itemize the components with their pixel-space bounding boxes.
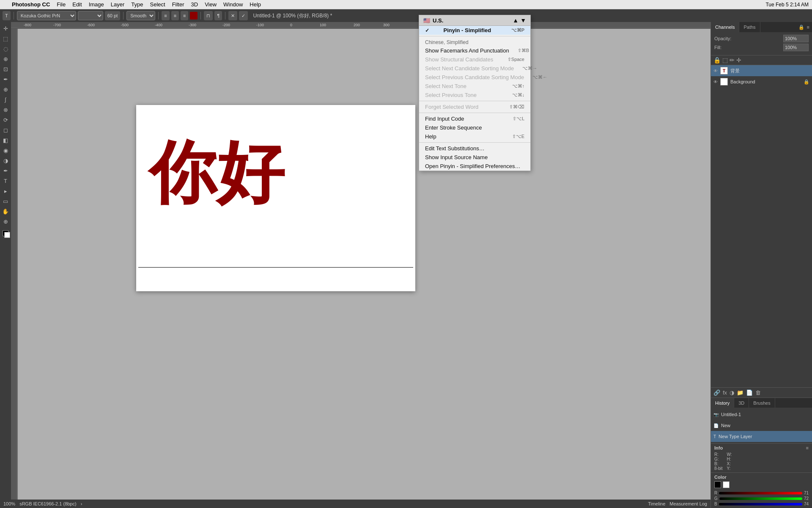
foreground-swatch[interactable] bbox=[714, 481, 721, 488]
move-tool[interactable]: ✛ bbox=[1, 24, 10, 33]
show-input-name-item[interactable]: Show Input Source Name bbox=[419, 153, 530, 162]
history-item-0[interactable]: 📷 Untitled-1 bbox=[711, 409, 812, 420]
edit-subs-item[interactable]: Edit Text Substitutions… bbox=[419, 144, 530, 153]
layer-item-background[interactable]: 👁 Background 🔒 bbox=[711, 76, 812, 87]
ime-up-arrow[interactable]: ▲ bbox=[513, 17, 518, 24]
dodge-tool[interactable]: ◑ bbox=[1, 156, 10, 165]
document-canvas[interactable]: 你好 bbox=[136, 105, 415, 291]
app-name[interactable]: Photoshop CC bbox=[8, 1, 53, 8]
type-menu[interactable]: Type bbox=[128, 1, 146, 8]
crop-tool[interactable]: ⊡ bbox=[1, 64, 10, 74]
rectangular-marquee-tool[interactable]: ⬚ bbox=[1, 34, 10, 43]
measurement-log-tab[interactable]: Measurement Log bbox=[669, 501, 707, 506]
quick-selection-tool[interactable]: ⊕ bbox=[1, 54, 10, 64]
font-family-select[interactable]: Kozuka Gothic PrN bbox=[17, 11, 76, 20]
input-source-label: U.S. bbox=[433, 17, 443, 24]
align-left-icon[interactable]: ≡ bbox=[162, 11, 169, 20]
tab-channels[interactable]: Channels bbox=[711, 22, 739, 32]
text-color-swatch[interactable] bbox=[190, 12, 198, 19]
history-item-label-1[interactable]: New bbox=[721, 423, 730, 428]
lock-all-icon[interactable]: 🔒 bbox=[713, 57, 721, 64]
character-panel-icon[interactable]: ¶ bbox=[214, 11, 222, 20]
anti-alias-select[interactable]: Smooth bbox=[126, 11, 155, 20]
show-facemarks-item[interactable]: Show Facemarks And Punctuation ⇧⌘B bbox=[419, 46, 530, 55]
find-input-item[interactable]: Find Input Code ⇧⌥L bbox=[419, 114, 530, 123]
lasso-tool[interactable]: ◌ bbox=[1, 44, 10, 53]
commit-edit-icon[interactable]: ✓ bbox=[239, 11, 248, 20]
toolbar-divider-2 bbox=[123, 12, 123, 19]
file-menu[interactable]: File bbox=[53, 1, 69, 8]
3d-menu[interactable]: 3D bbox=[188, 1, 202, 8]
tool-mode-icon[interactable]: T bbox=[3, 11, 11, 20]
pen-tool[interactable]: ✒ bbox=[1, 166, 10, 175]
history-item-1[interactable]: 📄 New bbox=[711, 420, 812, 431]
history-item-label-2[interactable]: New Type Layer bbox=[719, 434, 752, 439]
lock-image-icon[interactable]: ✏ bbox=[730, 57, 735, 64]
timeline-tab[interactable]: Timeline bbox=[648, 501, 665, 506]
layer-visibility-bg-icon[interactable]: 👁 bbox=[713, 80, 718, 84]
expand-icon[interactable]: › bbox=[81, 501, 82, 506]
edit-menu[interactable]: Edit bbox=[69, 1, 85, 8]
cancel-edit-icon[interactable]: ✕ bbox=[228, 11, 237, 20]
healing-brush-tool[interactable]: ⊕ bbox=[1, 85, 10, 94]
create-group-icon[interactable]: 📁 bbox=[737, 389, 743, 396]
tab-history[interactable]: History bbox=[711, 398, 734, 408]
color-g-slider[interactable] bbox=[719, 497, 802, 500]
layer-menu[interactable]: Layer bbox=[107, 1, 128, 8]
image-menu[interactable]: Image bbox=[85, 1, 107, 8]
opacity-input[interactable] bbox=[783, 35, 809, 42]
layer-visibility-icon[interactable]: 👁 bbox=[713, 69, 718, 73]
color-b-slider[interactable] bbox=[719, 503, 802, 505]
zoom-level[interactable]: 100% bbox=[3, 501, 15, 506]
tab-paths[interactable]: Paths bbox=[739, 22, 760, 32]
add-style-icon[interactable]: fx bbox=[723, 389, 727, 396]
filter-menu[interactable]: Filter bbox=[169, 1, 188, 8]
info-panel-options[interactable]: ≡ bbox=[806, 445, 809, 450]
background-swatch[interactable] bbox=[723, 481, 730, 488]
hand-tool[interactable]: ✋ bbox=[1, 207, 10, 216]
eyedropper-tool[interactable]: ✒ bbox=[1, 75, 10, 84]
new-layer-icon[interactable]: 📄 bbox=[746, 389, 753, 396]
path-selection-tool[interactable]: ▸ bbox=[1, 186, 10, 196]
blur-tool[interactable]: ◉ bbox=[1, 146, 10, 155]
gradient-tool[interactable]: ◧ bbox=[1, 135, 10, 145]
history-item-2[interactable]: T New Type Layer bbox=[711, 431, 812, 442]
selected-ime-item[interactable]: Pinyin - Simplified ⌥⌘P bbox=[419, 26, 530, 35]
warp-text-icon[interactable]: ⊓ bbox=[204, 11, 213, 20]
window-menu[interactable]: Window bbox=[220, 1, 246, 8]
fill-input[interactable] bbox=[783, 44, 809, 51]
help-menu[interactable]: Help bbox=[246, 1, 264, 8]
open-prefs-item[interactable]: Open Pinyin - Simplified Preferences… bbox=[419, 162, 530, 171]
font-style-select[interactable] bbox=[78, 11, 103, 20]
align-right-icon[interactable]: ≡ bbox=[181, 11, 188, 20]
help-item[interactable]: Help ⇧⌥E bbox=[419, 132, 530, 141]
clone-stamp-tool[interactable]: ⊗ bbox=[1, 105, 10, 114]
link-layers-icon[interactable]: 🔗 bbox=[713, 389, 720, 396]
history-brush-tool[interactable]: ⟳ bbox=[1, 115, 10, 124]
lock-transparent-icon[interactable]: ⬚ bbox=[722, 57, 728, 64]
view-menu[interactable]: View bbox=[201, 1, 220, 8]
ime-down-arrow[interactable]: ▼ bbox=[520, 17, 526, 24]
tab-3d[interactable]: 3D bbox=[734, 398, 749, 408]
layers-options-icon[interactable]: ≡ bbox=[807, 25, 809, 30]
brush-tool[interactable]: ∫ bbox=[1, 95, 10, 104]
font-size-value[interactable]: 60 pt bbox=[105, 11, 120, 20]
foreground-color-swatch[interactable] bbox=[1, 229, 10, 238]
align-center-icon[interactable]: ≡ bbox=[171, 11, 179, 20]
delete-layer-icon[interactable]: 🗑 bbox=[755, 389, 761, 396]
history-item-label-0[interactable]: Untitled-1 bbox=[721, 412, 741, 417]
text-layer-content[interactable]: 你好 bbox=[149, 139, 284, 207]
color-r-slider[interactable] bbox=[719, 492, 802, 494]
zoom-tool[interactable]: ⊕ bbox=[1, 217, 10, 226]
layer-item-text[interactable]: 👁 T 背景 bbox=[711, 65, 812, 76]
layer-name-text[interactable]: 背景 bbox=[730, 68, 740, 74]
eraser-tool[interactable]: ◻ bbox=[1, 125, 10, 135]
horizontal-type-tool active[interactable]: T bbox=[1, 176, 10, 185]
tab-brushes[interactable]: Brushes bbox=[749, 398, 775, 408]
lock-position-icon[interactable]: ✛ bbox=[736, 57, 741, 64]
layer-name-background[interactable]: Background bbox=[730, 79, 755, 84]
add-mask-icon[interactable]: ◑ bbox=[730, 389, 734, 396]
select-menu[interactable]: Select bbox=[146, 1, 168, 8]
rectangle-tool[interactable]: ▭ bbox=[1, 196, 10, 206]
enter-stroke-item[interactable]: Enter Stroke Sequence bbox=[419, 123, 530, 132]
